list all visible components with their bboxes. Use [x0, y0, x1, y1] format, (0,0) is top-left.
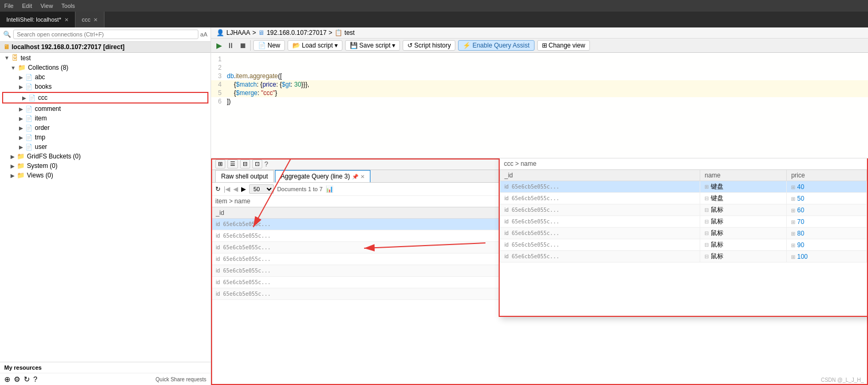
sidebar-item-item[interactable]: ▶ 📄 item [0, 114, 211, 123]
sidebar-item-tmp[interactable]: ▶ 📄 tmp [0, 133, 211, 142]
popup-cell-id: id 65e6cb5e055c... [500, 193, 700, 204]
sidebar-collections-label: Collections (8) [28, 64, 69, 71]
quick-share-label: Quick Share requests [156, 377, 206, 382]
menu-item-view[interactable]: View [41, 3, 53, 9]
code-line-1: 1 [211, 55, 868, 63]
db-icon: 🗄 [12, 54, 18, 62]
user-icon: 👤 [216, 29, 224, 36]
next-btn[interactable]: ▶ [241, 185, 246, 193]
sidebar-item-collections[interactable]: ▼ 📁 Collections (8) [0, 63, 211, 72]
code-line-6: 6 ]) [211, 97, 868, 106]
refresh-query-btn[interactable]: ↻ [215, 185, 221, 193]
tree-view-btn[interactable]: ⊟ [240, 159, 250, 168]
save-script-label: Save script [359, 42, 390, 49]
sidebar-comment-label: comment [35, 105, 61, 112]
my-resources-header: My resources [0, 362, 211, 373]
popup-table-container[interactable]: _id name price id 65e6cb5e055c... ⊞ 键盘 ⊞… [500, 170, 867, 316]
sidebar-item-comment[interactable]: ▶ 📄 comment [0, 104, 211, 114]
help-icon[interactable]: ? [33, 375, 37, 383]
server-icon: 🖥 [3, 43, 9, 51]
help-circle-btn[interactable]: ? [264, 160, 268, 168]
collection-ccc-icon: 📄 [28, 95, 36, 101]
add-icon[interactable]: ⊕ [4, 375, 11, 383]
sidebar-item-gridfsbuckets[interactable]: ▶ 📁 GridFS Buckets (0) [0, 152, 211, 161]
sidebar-bottom-icons: ⊕ ⚙ ↻ ? Quick Share requests [0, 373, 211, 385]
per-page-select[interactable]: 50 100 200 [249, 184, 274, 194]
table-row[interactable]: id 65e6cb5e055c... ⊟ 键盘 ⊞ 50 [500, 193, 867, 204]
table-row[interactable]: id 65e6cb5e055c... ⊟ 鼠标 ⊞ 90 [500, 239, 867, 251]
popup-cell-price: ⊞ 70 [787, 216, 867, 228]
gridfsbuckets-folder-icon: 📁 [17, 153, 25, 160]
sidebar-item-user[interactable]: ▶ 📄 user [0, 142, 211, 152]
table-row[interactable]: id 65e6cb5e055c... ⊟ 鼠标 ⊞ 100 [500, 251, 867, 262]
tab-ccc[interactable]: ccc ✕ [75, 12, 105, 27]
collection-comment-icon: 📄 [25, 106, 33, 112]
menu-item-tools[interactable]: Tools [61, 3, 75, 9]
new-button[interactable]: 📄 New [253, 40, 285, 51]
tab-intelli-shell[interactable]: IntelliShell: localhost* ✕ [0, 12, 75, 27]
tab-aggregate-query-label: Aggregate Query (line 3) [281, 173, 350, 180]
settings-icon[interactable]: ⚙ [14, 375, 21, 383]
breadcrumb-db: test [345, 29, 355, 36]
script-history-icon: ↺ [407, 42, 413, 49]
popup-cell-name: ⊞ 键盘 [700, 181, 787, 193]
sidebar-order-label: order [35, 124, 50, 132]
line-content-5: {$merge: "ccc"} [227, 89, 277, 97]
save-script-button[interactable]: 💾 Save script ▾ [345, 40, 400, 51]
aa-toggle[interactable]: aA [201, 31, 207, 37]
tab-aggregate-close-icon[interactable]: ✕ [360, 174, 365, 180]
code-editor[interactable]: 1 2 3 db.item.aggregate([ 4 {$match: {pr… [211, 53, 868, 158]
stop-button[interactable]: ⏹ [238, 41, 247, 50]
line-num-2: 2 [211, 64, 227, 71]
sidebar-db-label: test [21, 54, 31, 62]
sidebar-item-system[interactable]: ▶ 📁 System (0) [0, 161, 211, 171]
collection-item-icon: 📄 [25, 115, 33, 122]
popup-cell-id: id 65e6cb5e055c... [500, 251, 700, 262]
tab-raw-shell-output[interactable]: Raw shell output [215, 170, 274, 182]
caret-item-icon: ▶ [19, 116, 23, 121]
new-label: New [268, 42, 280, 49]
sidebar-item-test-db[interactable]: ▼ 🗄 test [0, 53, 211, 63]
new-icon: 📄 [258, 42, 266, 49]
table-row[interactable]: id 65e6cb5e055c... ⊟ 鼠标 ⊞ 70 [500, 216, 867, 228]
refresh-icon[interactable]: ↻ [24, 375, 30, 383]
search-input[interactable] [13, 30, 198, 39]
popup-result-breadcrumb: ccc > name [500, 158, 867, 170]
prev-first-btn[interactable]: |◀ [224, 185, 230, 193]
intelli-breadcrumb: 👤 LJHAAA > 🖥 192.168.0.107:27017 > 📋 tes… [211, 27, 868, 39]
menu-item-edit[interactable]: Edit [22, 3, 32, 9]
tab-ccc-close[interactable]: ✕ [93, 17, 98, 23]
pause-button[interactable]: ⏸ [226, 41, 235, 50]
load-script-icon: 📂 [292, 42, 300, 49]
list-view-btn[interactable]: ☰ [227, 159, 238, 168]
table-row[interactable]: id 65e6cb5e055c... ⊞ 键盘 ⊞ 40 [500, 181, 867, 193]
change-view-button[interactable]: ⊞ Change view [537, 40, 590, 51]
sidebar-item-views[interactable]: ▶ 📁 Views (0) [0, 171, 211, 180]
tab-intelli-shell-close[interactable]: ✕ [64, 17, 69, 23]
prev-btn[interactable]: ◀ [233, 185, 238, 193]
tab-ccc-label: ccc [82, 16, 91, 23]
table-row[interactable]: id 65e6cb5e055c... ⊟ 鼠标 ⊞ 80 [500, 228, 867, 239]
run-script-button[interactable]: ▶ [215, 41, 223, 50]
db-breadcrumb-icon: 🖥 [258, 29, 264, 36]
sidebar-item-abc[interactable]: ▶ 📄 abc [0, 72, 211, 82]
popup-cell-name: ⊟ 鼠标 [700, 228, 787, 239]
script-history-button[interactable]: ↺ Script history [403, 40, 455, 51]
export-btn[interactable]: 📊 [326, 185, 333, 193]
sidebar-item-ccc[interactable]: ▶ 📄 ccc [2, 92, 208, 104]
load-script-button[interactable]: 📂 Load script ▾ [288, 40, 342, 51]
collection-books-icon: 📄 [25, 83, 33, 90]
collections-folder-icon: 📁 [18, 64, 26, 71]
watermark: CSDN @_L_J_H_ [821, 377, 864, 383]
sidebar-item-order[interactable]: ▶ 📄 order [0, 123, 211, 133]
grid-view-btn[interactable]: ⊞ [215, 159, 225, 168]
tab-aggregate-query[interactable]: Aggregate Query (line 3) 📌 ✕ [275, 170, 370, 182]
caret-books-icon: ▶ [19, 84, 23, 90]
table-row[interactable]: id 65e6cb5e055c... ⊟ 鼠标 ⊞ 60 [500, 204, 867, 216]
detail-view-btn[interactable]: ⊡ [252, 159, 262, 168]
caret-comment-icon: ▶ [19, 106, 23, 112]
enable-query-assist-button[interactable]: ⚡ Enable Query Assist [458, 40, 534, 51]
menu-item-file[interactable]: File [4, 3, 14, 9]
sidebar-item-books[interactable]: ▶ 📄 books [0, 82, 211, 91]
caret-down-icon: ▼ [4, 55, 9, 61]
